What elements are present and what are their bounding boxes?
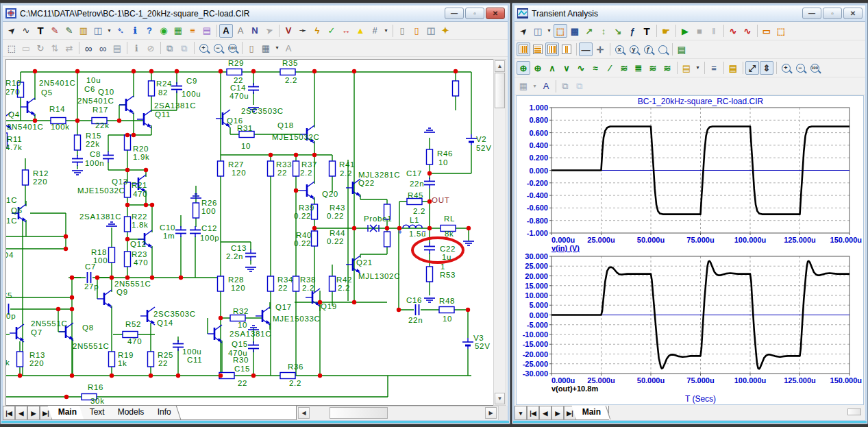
schematic-label[interactable]: 10 (238, 321, 247, 329)
schematic-label[interactable]: R13 (29, 351, 45, 359)
rotate-icon[interactable]: ↻ (34, 41, 47, 55)
schematic-label[interactable]: 22 (158, 359, 168, 367)
schematic-label[interactable]: Q15 (232, 340, 248, 348)
schematic-label[interactable]: R29 (228, 60, 244, 67)
schematic-label[interactable]: R43 (330, 204, 345, 212)
component-dropdown-icon[interactable]: ▾ (106, 24, 113, 38)
schematic-label[interactable]: R31 (237, 124, 253, 132)
schematic-label[interactable]: 470 (133, 190, 147, 198)
schematic-label[interactable]: Q8 (82, 324, 94, 332)
schematic-canvas[interactable]: +−R102702N5401CQ510uC6Q102N5401CR2482R29… (5, 59, 493, 406)
resistor[interactable] (330, 276, 336, 291)
minimize-button[interactable]: — (802, 8, 821, 19)
schematic-label[interactable]: R27 (228, 160, 244, 169)
bring-front-icon[interactable]: ⧉ (163, 41, 177, 55)
schematic-label[interactable]: 100u (182, 347, 201, 356)
schematic-label[interactable]: 10 (241, 142, 251, 150)
curve-label[interactable]: v(out)+10.8m (551, 385, 598, 393)
next-page-button[interactable]: ▶ (27, 406, 40, 420)
transistor[interactable] (119, 96, 134, 114)
schematic-label[interactable]: R33 (276, 160, 292, 169)
find-next-icon[interactable]: ∞ (96, 41, 110, 55)
schematic-titlebar[interactable]: C:\MC11\DATA\Petrov\BC-1\BC-1_20kHz-squa… (3, 5, 508, 22)
scale-mode-icon[interactable]: ⬚ (554, 24, 567, 38)
analysis-titlebar[interactable]: Transient Analysis — ▫ ✕ (514, 5, 865, 22)
schematic-label[interactable]: L1 (410, 216, 419, 224)
help-mode-icon[interactable]: ? (142, 24, 156, 38)
low-icon[interactable]: ≈ (588, 61, 602, 75)
schematic-label[interactable]: 100 (201, 207, 216, 215)
schematic-label[interactable]: R18 (91, 248, 107, 256)
resistor[interactable] (453, 81, 459, 96)
resistor[interactable] (109, 247, 115, 263)
schematic-label[interactable]: 100p (200, 234, 219, 242)
power-icon[interactable]: ϟ (310, 24, 324, 38)
resistor[interactable] (17, 352, 23, 367)
schematic-label[interactable]: C16 (406, 296, 422, 304)
schematic-label[interactable]: 30k (90, 397, 105, 405)
data-points-icon[interactable]: ∿ (726, 24, 740, 38)
border-doc-icon[interactable]: ▯ (395, 24, 409, 38)
schematic-label[interactable]: 220 (33, 178, 47, 186)
select-arrow-icon[interactable]: ➤ (517, 24, 530, 38)
schematic-label[interactable]: Q12 (130, 240, 147, 248)
split-window-icon[interactable]: ◫ (424, 24, 438, 38)
schematic-label[interactable]: C10 (160, 223, 175, 232)
schematic-label[interactable]: R21 (132, 181, 147, 189)
resistor[interactable] (218, 161, 224, 176)
tab-main[interactable]: Main (572, 406, 611, 419)
schematic-label[interactable]: 2N5401C (77, 97, 114, 105)
resistor[interactable] (268, 276, 274, 291)
battery-symbol[interactable] (462, 338, 473, 349)
schematic-label[interactable]: R30 (233, 356, 249, 364)
slope-icon[interactable]: ∕ (603, 61, 617, 75)
schematic-label[interactable]: C13 (231, 244, 247, 252)
node-numbers-icon[interactable]: N (248, 24, 262, 38)
schematic-label[interactable]: Q20 (322, 190, 338, 198)
formula-text-icon[interactable]: ƒ (625, 24, 639, 38)
schematic-label[interactable]: Q4 (8, 110, 20, 119)
info-gray-icon[interactable]: ℹ (129, 41, 143, 55)
fx-zoom-icon[interactable]: ƒ (641, 42, 655, 56)
schematic-label[interactable]: R16 (88, 383, 103, 391)
schematic-label[interactable]: MJE15032C (77, 186, 125, 195)
peak-icon[interactable]: ∧ (545, 61, 559, 75)
schematic-label[interactable]: Q14 (157, 319, 173, 327)
hscroll-thumb[interactable] (330, 407, 388, 419)
transistor[interactable] (256, 307, 270, 325)
schematic-label[interactable]: 2SA1381C (79, 212, 121, 221)
find-component-icon[interactable]: ◫ (531, 24, 545, 38)
wire-mode-icon[interactable]: ∿ (19, 24, 33, 38)
transistor[interactable] (21, 98, 35, 116)
schematic-label[interactable]: 1 (441, 263, 445, 271)
mode-grid-icon[interactable]: ▦ (517, 80, 530, 93)
condition-icon[interactable]: ✓ (325, 24, 338, 38)
schematic-label[interactable]: R40 (296, 231, 312, 239)
tokens-icon[interactable]: ∿ (741, 24, 754, 38)
feather-icon[interactable]: ➴ (114, 24, 127, 38)
schematic-label[interactable]: 1.9k (133, 153, 150, 161)
schematic-label[interactable]: R34 (277, 276, 293, 284)
find-component-icon[interactable]: ◫ (91, 24, 105, 38)
cursor-next-icon[interactable]: ⊕ (531, 61, 545, 75)
schematic-label[interactable]: 120 (232, 169, 246, 177)
schematic-label[interactable]: 52V (476, 144, 492, 152)
schematic-label[interactable]: R28 (228, 276, 244, 284)
schematic-label[interactable]: 10 (443, 315, 452, 323)
scroll-right-button[interactable]: ▶ (485, 407, 497, 419)
transistor[interactable] (208, 325, 222, 343)
schematic-label[interactable]: R46 (437, 149, 453, 158)
point-tag-icon[interactable]: ↗ (582, 24, 596, 38)
schematic-label[interactable]: 100n (85, 159, 104, 167)
resistor[interactable] (427, 267, 433, 282)
schematic-label[interactable]: R22 (132, 212, 147, 221)
pin-connections-icon[interactable]: ↔ (339, 24, 353, 38)
resistor[interactable] (439, 307, 454, 313)
schematic-label[interactable]: 2.2 (413, 207, 425, 215)
schematic-label[interactable]: Q22 (358, 179, 375, 187)
scroll-up-button[interactable]: ▲ (495, 60, 505, 72)
schematic-label[interactable]: R37 (301, 160, 317, 169)
first-page-button[interactable]: |◀ (3, 406, 15, 420)
schematic-label[interactable]: R14 (49, 105, 65, 113)
text-mode-icon[interactable]: T (640, 24, 654, 38)
